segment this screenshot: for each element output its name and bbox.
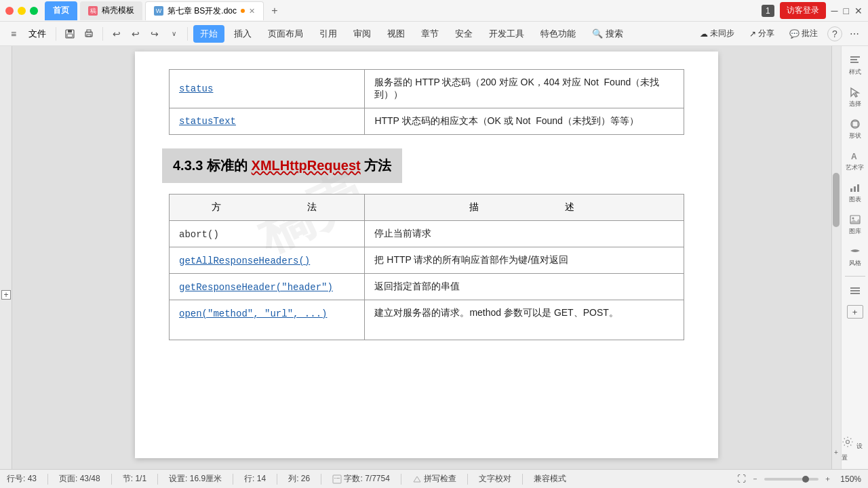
sync-button[interactable]: ☁ 未同步 — [694, 26, 740, 41]
wind-icon — [849, 245, 861, 258]
sidebar-select[interactable]: 选择 — [844, 82, 866, 113]
divider3 — [187, 27, 188, 41]
fullscreen-button[interactable]: ⛶ — [737, 474, 746, 484]
sidebar-chart[interactable]: 图表 — [844, 178, 866, 208]
more-icon[interactable]: ∨ — [165, 26, 182, 42]
template-icon: 稿 — [88, 6, 98, 16]
restore-icon[interactable]: □ — [844, 5, 849, 16]
status-bar: 行号: 43 页面: 43/48 节: 1/1 设置: 16.9厘米 行: 14… — [0, 469, 868, 488]
table-row-abort: abort() 停止当前请求 — [170, 221, 684, 247]
section-info: 节: 1/1 — [123, 473, 146, 485]
save-icon[interactable] — [62, 26, 78, 42]
table-cell-statustext: statusText — [170, 108, 365, 135]
ribbon-safe-button[interactable]: 安全 — [448, 25, 479, 43]
sb-div9 — [522, 474, 523, 485]
close-button[interactable] — [5, 7, 14, 15]
spell-icon — [412, 474, 422, 484]
add-tab-button[interactable]: + — [267, 3, 283, 19]
section-suffix: 方法 — [361, 158, 392, 173]
table-cell-getall-desc: 把 HTTP 请求的所有响应首部作为键/值对返回 — [365, 247, 684, 274]
ribbon-search-button[interactable]: 🔍 搜索 — [585, 25, 630, 43]
select-icon — [849, 86, 861, 98]
tab-template[interactable]: 稿 稿壳模板 — [80, 1, 142, 20]
table-cell-statustext-desc: HTTP 状态码的相应文本（OK 或 Not Found（未找到）等等） — [365, 108, 684, 135]
maximize-button[interactable] — [30, 7, 38, 15]
file-button[interactable]: 文件 — [24, 26, 50, 41]
ribbon-view-button[interactable]: 视图 — [380, 25, 412, 43]
select-label: 选择 — [849, 100, 861, 108]
tab-doc[interactable]: W 第七章 BS开发.doc ✕ — [145, 1, 264, 20]
ribbon-dev-button[interactable]: 开发工具 — [482, 25, 531, 43]
svg-rect-1 — [68, 30, 72, 33]
ribbon-special-button[interactable]: 特色功能 — [534, 25, 583, 43]
close-tab-icon[interactable]: ✕ — [249, 7, 255, 16]
sidebar-list[interactable] — [844, 281, 866, 301]
svg-point-20 — [846, 441, 850, 444]
help-button[interactable]: ? — [827, 26, 842, 41]
ribbon-review-button[interactable]: 审阅 — [347, 25, 378, 43]
search-icon: 🔍 — [592, 28, 603, 39]
word-icon — [332, 474, 342, 484]
col-info: 列: 26 — [288, 473, 310, 485]
zoom-level: 150% — [837, 474, 861, 484]
login-button[interactable]: 访客登录 — [780, 2, 826, 19]
close-window-icon[interactable]: ✕ — [854, 5, 863, 16]
prev-table: status 服务器的 HTTP 状态码（200 对应 OK，404 对应 No… — [169, 69, 684, 135]
zoom-out-button[interactable]: － — [751, 474, 759, 484]
sidebar-plus-button[interactable]: + — [847, 305, 863, 319]
svg-rect-21 — [333, 475, 341, 483]
zoom-thumb[interactable] — [802, 476, 809, 483]
comment-button[interactable]: 💬 批注 — [784, 26, 823, 41]
sidebar-arttext[interactable]: A 艺术字 — [844, 146, 866, 176]
menu-icon[interactable]: ≡ — [5, 26, 22, 42]
svg-rect-22 — [334, 478, 336, 479]
minimize-icon[interactable]: ─ — [831, 5, 838, 16]
share-button[interactable]: ↗ 分享 — [744, 26, 780, 41]
getall-method-text: getAllResponseHeaders() — [179, 256, 310, 266]
page-number-badge: 1 — [762, 5, 774, 17]
ribbon-insert-button[interactable]: 插入 — [227, 25, 258, 43]
sidebar-settings[interactable]: 设置 — [842, 436, 868, 465]
style-icon — [849, 54, 861, 66]
sb-div1 — [47, 474, 48, 485]
minimize-button[interactable] — [18, 7, 26, 15]
statusbar-right: ⛶ － ＋ 150% — [737, 474, 861, 484]
table-row-getall: getAllResponseHeaders() 把 HTTP 请求的所有响应首部… — [170, 247, 684, 274]
section-highlight: XMLHttpRequest — [252, 158, 361, 173]
compat-label: 兼容模式 — [534, 473, 566, 485]
sb-div2 — [111, 474, 112, 485]
more-options-icon[interactable]: ⋯ — [846, 26, 863, 42]
table-header-desc: 描 述 — [365, 195, 684, 221]
spell-check[interactable]: 拼写检查 — [412, 473, 456, 485]
zoom-slider[interactable] — [764, 478, 818, 481]
tab-home[interactable]: 首页 — [45, 1, 77, 20]
undo2-icon[interactable]: ↩ — [127, 26, 144, 42]
shape-label: 形状 — [849, 131, 861, 140]
ribbon-start-button[interactable]: 开始 — [193, 25, 224, 43]
svg-rect-10 — [852, 121, 858, 127]
vertical-scrollbar-track[interactable]: + — [831, 46, 841, 469]
table-add-icon[interactable]: + — [1, 290, 11, 300]
titlebar: 首页 稿 稿壳模板 W 第七章 BS开发.doc ✕ + 1 访客登录 ─ □ … — [0, 0, 868, 22]
vertical-scrollbar-thumb[interactable] — [833, 173, 840, 227]
sb-div7 — [401, 474, 401, 485]
sidebar-wind[interactable]: 风格 — [844, 241, 866, 272]
chart-icon — [849, 182, 861, 194]
document-page: 稿壳 status 服务器的 HTTP 状态码（200 对应 OK，404 对应… — [135, 52, 718, 458]
zoom-in-button[interactable]: ＋ — [824, 474, 831, 484]
scroll-down-icon[interactable]: + — [831, 447, 841, 457]
document-scroll-area[interactable]: 稿壳 status 服务器的 HTTP 状态码（200 对应 OK，404 对应… — [12, 46, 841, 469]
undo-icon[interactable]: ↩ — [108, 26, 125, 42]
redo-icon[interactable]: ↪ — [146, 26, 163, 42]
left-margin-bar: + — [0, 46, 12, 469]
sidebar-style[interactable]: 样式 — [844, 50, 866, 81]
divider1 — [56, 27, 56, 41]
ribbon-cite-button[interactable]: 引用 — [313, 25, 344, 43]
sidebar-image[interactable]: 图库 — [844, 209, 866, 240]
sb-div6 — [321, 474, 321, 485]
svg-rect-13 — [854, 186, 856, 192]
sidebar-shape[interactable]: 形状 — [844, 114, 866, 144]
ribbon-layout-button[interactable]: 页面布局 — [261, 25, 310, 43]
ribbon-chapter-button[interactable]: 章节 — [414, 25, 446, 43]
print-icon[interactable] — [81, 26, 97, 42]
